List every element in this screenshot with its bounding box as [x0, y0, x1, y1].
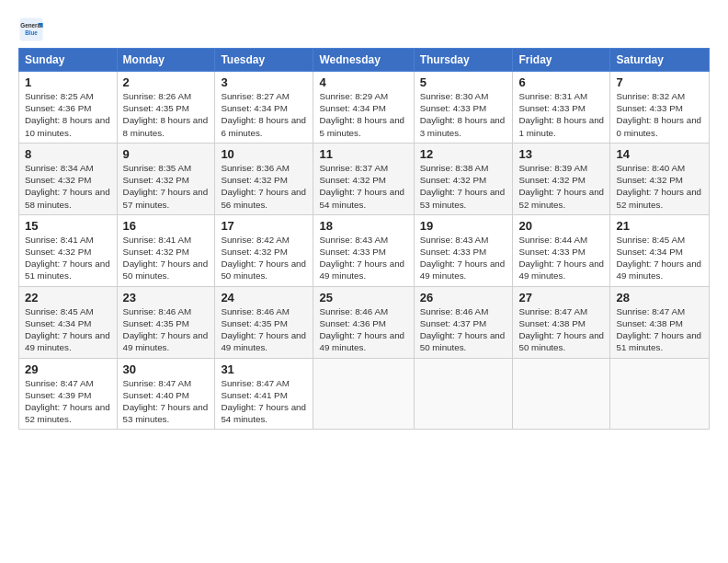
- day-info: Sunrise: 8:46 AMSunset: 4:35 PMDaylight:…: [123, 306, 209, 353]
- week-row-3: 15Sunrise: 8:41 AMSunset: 4:32 PMDayligh…: [19, 214, 710, 286]
- day-info: Sunrise: 8:25 AMSunset: 4:36 PMDaylight:…: [25, 91, 110, 138]
- day-number: 9: [123, 147, 210, 161]
- calendar-cell: 20Sunrise: 8:44 AMSunset: 4:33 PMDayligh…: [513, 214, 610, 286]
- day-number: 3: [221, 75, 307, 89]
- day-info: Sunrise: 8:45 AMSunset: 4:34 PMDaylight:…: [616, 235, 701, 282]
- calendar-cell: 28Sunrise: 8:47 AMSunset: 4:38 PMDayligh…: [610, 286, 710, 358]
- day-number: 24: [221, 291, 307, 304]
- day-info: Sunrise: 8:37 AMSunset: 4:32 PMDaylight:…: [319, 163, 404, 210]
- day-number: 20: [518, 219, 604, 233]
- logo-icon: General Blue: [18, 17, 44, 42]
- day-info: Sunrise: 8:45 AMSunset: 4:34 PMDaylight:…: [25, 306, 110, 353]
- calendar-cell: [313, 358, 414, 430]
- calendar-cell: 29Sunrise: 8:47 AMSunset: 4:39 PMDayligh…: [19, 358, 118, 430]
- calendar-cell: 10Sunrise: 8:36 AMSunset: 4:32 PMDayligh…: [215, 143, 313, 214]
- day-number: 8: [25, 147, 111, 161]
- day-number: 26: [420, 291, 507, 304]
- day-number: 18: [319, 219, 407, 233]
- calendar-cell: 6Sunrise: 8:31 AMSunset: 4:33 PMDaylight…: [513, 72, 610, 144]
- day-info: Sunrise: 8:31 AMSunset: 4:33 PMDaylight:…: [518, 91, 604, 138]
- calendar-cell: [610, 358, 710, 430]
- day-number: 16: [123, 219, 210, 233]
- calendar-cell: 15Sunrise: 8:41 AMSunset: 4:32 PMDayligh…: [19, 214, 118, 286]
- day-number: 6: [518, 75, 604, 89]
- day-header-sunday: Sunday: [19, 49, 118, 72]
- day-info: Sunrise: 8:47 AMSunset: 4:39 PMDaylight:…: [25, 378, 110, 425]
- calendar-cell: 4Sunrise: 8:29 AMSunset: 4:34 PMDaylight…: [313, 72, 414, 144]
- calendar-cell: 17Sunrise: 8:42 AMSunset: 4:32 PMDayligh…: [215, 214, 313, 286]
- day-header-thursday: Thursday: [414, 49, 513, 72]
- day-info: Sunrise: 8:47 AMSunset: 4:40 PMDaylight:…: [123, 378, 209, 425]
- calendar-cell: 7Sunrise: 8:32 AMSunset: 4:33 PMDaylight…: [610, 72, 710, 144]
- day-info: Sunrise: 8:32 AMSunset: 4:33 PMDaylight:…: [616, 91, 701, 138]
- calendar-cell: 2Sunrise: 8:26 AMSunset: 4:35 PMDaylight…: [117, 72, 215, 144]
- calendar-cell: 30Sunrise: 8:47 AMSunset: 4:40 PMDayligh…: [117, 358, 215, 430]
- day-info: Sunrise: 8:46 AMSunset: 4:35 PMDaylight:…: [221, 306, 306, 353]
- day-header-monday: Monday: [117, 49, 215, 72]
- calendar-cell: 22Sunrise: 8:45 AMSunset: 4:34 PMDayligh…: [19, 286, 118, 358]
- day-info: Sunrise: 8:34 AMSunset: 4:32 PMDaylight:…: [25, 163, 110, 210]
- day-number: 10: [221, 147, 307, 161]
- day-number: 2: [123, 75, 210, 89]
- day-number: 4: [319, 75, 407, 89]
- calendar-cell: 27Sunrise: 8:47 AMSunset: 4:38 PMDayligh…: [513, 286, 610, 358]
- day-header-wednesday: Wednesday: [313, 49, 414, 72]
- day-info: Sunrise: 8:46 AMSunset: 4:36 PMDaylight:…: [319, 306, 404, 353]
- day-info: Sunrise: 8:46 AMSunset: 4:37 PMDaylight:…: [420, 306, 506, 353]
- calendar-cell: 18Sunrise: 8:43 AMSunset: 4:33 PMDayligh…: [313, 214, 414, 286]
- svg-text:Blue: Blue: [25, 29, 38, 36]
- svg-text:General: General: [20, 22, 42, 29]
- calendar-cell: 11Sunrise: 8:37 AMSunset: 4:32 PMDayligh…: [313, 143, 414, 214]
- week-row-1: 1Sunrise: 8:25 AMSunset: 4:36 PMDaylight…: [19, 72, 710, 144]
- day-info: Sunrise: 8:47 AMSunset: 4:38 PMDaylight:…: [518, 306, 604, 353]
- calendar-cell: 16Sunrise: 8:41 AMSunset: 4:32 PMDayligh…: [117, 214, 215, 286]
- week-row-4: 22Sunrise: 8:45 AMSunset: 4:34 PMDayligh…: [19, 286, 710, 358]
- week-row-2: 8Sunrise: 8:34 AMSunset: 4:32 PMDaylight…: [19, 143, 710, 214]
- day-info: Sunrise: 8:43 AMSunset: 4:33 PMDaylight:…: [319, 235, 404, 282]
- week-row-5: 29Sunrise: 8:47 AMSunset: 4:39 PMDayligh…: [19, 358, 710, 430]
- day-header-tuesday: Tuesday: [215, 49, 313, 72]
- logo: General Blue: [18, 17, 44, 42]
- calendar-cell: 19Sunrise: 8:43 AMSunset: 4:33 PMDayligh…: [414, 214, 513, 286]
- day-info: Sunrise: 8:27 AMSunset: 4:34 PMDaylight:…: [221, 91, 306, 138]
- day-number: 23: [123, 291, 210, 304]
- day-header-saturday: Saturday: [610, 49, 710, 72]
- day-info: Sunrise: 8:35 AMSunset: 4:32 PMDaylight:…: [123, 163, 209, 210]
- day-number: 1: [25, 75, 111, 89]
- day-info: Sunrise: 8:36 AMSunset: 4:32 PMDaylight:…: [221, 163, 306, 210]
- calendar-cell: [414, 358, 513, 430]
- day-info: Sunrise: 8:41 AMSunset: 4:32 PMDaylight:…: [123, 235, 209, 282]
- day-info: Sunrise: 8:38 AMSunset: 4:32 PMDaylight:…: [420, 163, 506, 210]
- day-info: Sunrise: 8:42 AMSunset: 4:32 PMDaylight:…: [221, 235, 306, 282]
- calendar-cell: 25Sunrise: 8:46 AMSunset: 4:36 PMDayligh…: [313, 286, 414, 358]
- day-info: Sunrise: 8:30 AMSunset: 4:33 PMDaylight:…: [420, 91, 506, 138]
- day-info: Sunrise: 8:39 AMSunset: 4:32 PMDaylight:…: [518, 163, 604, 210]
- header: General Blue: [18, 17, 710, 42]
- day-number: 17: [221, 219, 307, 233]
- day-number: 28: [616, 291, 703, 304]
- day-number: 5: [420, 75, 507, 89]
- calendar-cell: 24Sunrise: 8:46 AMSunset: 4:35 PMDayligh…: [215, 286, 313, 358]
- calendar-cell: 14Sunrise: 8:40 AMSunset: 4:32 PMDayligh…: [610, 143, 710, 214]
- day-number: 13: [518, 147, 604, 161]
- day-info: Sunrise: 8:29 AMSunset: 4:34 PMDaylight:…: [319, 91, 404, 138]
- calendar-cell: 5Sunrise: 8:30 AMSunset: 4:33 PMDaylight…: [414, 72, 513, 144]
- calendar-cell: 9Sunrise: 8:35 AMSunset: 4:32 PMDaylight…: [117, 143, 215, 214]
- calendar-cell: 21Sunrise: 8:45 AMSunset: 4:34 PMDayligh…: [610, 214, 710, 286]
- calendar-cell: 31Sunrise: 8:47 AMSunset: 4:41 PMDayligh…: [215, 358, 313, 430]
- day-number: 14: [616, 147, 703, 161]
- day-number: 7: [616, 75, 703, 89]
- day-number: 29: [25, 362, 111, 376]
- day-info: Sunrise: 8:26 AMSunset: 4:35 PMDaylight:…: [123, 91, 209, 138]
- day-info: Sunrise: 8:40 AMSunset: 4:32 PMDaylight:…: [616, 163, 701, 210]
- calendar-cell: 12Sunrise: 8:38 AMSunset: 4:32 PMDayligh…: [414, 143, 513, 214]
- calendar-cell: 13Sunrise: 8:39 AMSunset: 4:32 PMDayligh…: [513, 143, 610, 214]
- day-number: 22: [25, 291, 111, 304]
- day-number: 12: [420, 147, 507, 161]
- day-info: Sunrise: 8:47 AMSunset: 4:38 PMDaylight:…: [616, 306, 701, 353]
- page: General Blue SundayMondayTuesdayWednesda…: [0, 0, 728, 563]
- day-info: Sunrise: 8:41 AMSunset: 4:32 PMDaylight:…: [25, 235, 110, 282]
- day-info: Sunrise: 8:43 AMSunset: 4:33 PMDaylight:…: [420, 235, 506, 282]
- day-number: 31: [221, 362, 307, 376]
- day-number: 30: [123, 362, 210, 376]
